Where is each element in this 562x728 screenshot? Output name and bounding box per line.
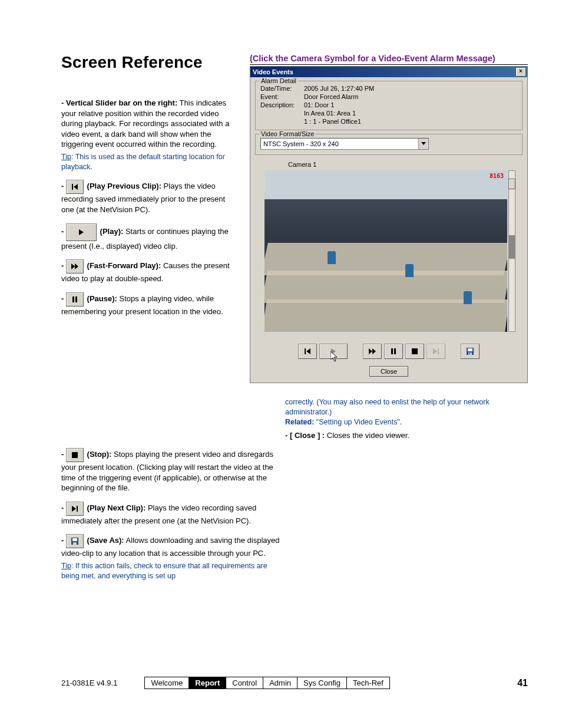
svg-marker-3 <box>71 263 75 269</box>
svg-marker-24 <box>72 506 76 512</box>
footer-tabs: WelcomeReportControlAdminSys ConfigTech-… <box>144 677 390 689</box>
playback-controls <box>250 339 527 363</box>
document-id: 21-0381E v4.9.1 <box>61 678 117 687</box>
alarm-detail-group: Alarm Detail Date/Time:2005 Jul 26, 1:27… <box>255 81 523 130</box>
close-button[interactable]: Close <box>369 366 408 377</box>
page-number: 41 <box>517 678 528 689</box>
play-button[interactable] <box>319 344 348 359</box>
svg-rect-20 <box>468 348 472 351</box>
svg-rect-18 <box>438 348 439 354</box>
prev-clip-button[interactable] <box>298 344 317 359</box>
pause-button[interactable] <box>384 344 403 359</box>
slider-description: - Vertical Slider bar on the right: This… <box>61 98 238 172</box>
svg-rect-22 <box>469 353 470 354</box>
pause-icon <box>66 292 84 307</box>
svg-marker-1 <box>74 184 78 190</box>
svg-rect-6 <box>75 297 77 302</box>
svg-rect-16 <box>412 348 418 354</box>
video-preview: Camera 1 8163 <box>255 159 523 335</box>
svg-marker-9 <box>306 348 310 354</box>
save-as-icon <box>66 534 84 548</box>
svg-marker-17 <box>433 348 437 354</box>
footer-tab-sys-config[interactable]: Sys Config <box>297 677 347 689</box>
svg-marker-10 <box>331 348 336 354</box>
svg-marker-7 <box>421 142 426 145</box>
pause-description: - (Pause): Stops a playing video, while … <box>61 292 238 317</box>
svg-rect-28 <box>73 542 77 545</box>
playback-position-slider[interactable] <box>508 170 515 332</box>
fast-forward-button[interactable] <box>363 344 382 359</box>
play-description: - (Play): Starts or continues playing th… <box>61 223 238 252</box>
dialog-title: Video Events <box>253 67 293 77</box>
page-footer: 21-0381E v4.9.1 WelcomeReportControlAdmi… <box>61 677 528 689</box>
svg-rect-14 <box>391 348 393 354</box>
svg-rect-5 <box>72 297 74 302</box>
save-as-button[interactable] <box>461 344 480 359</box>
next-clip-icon <box>66 502 84 516</box>
ff-description: - (Fast-Forward Play): Causes the presen… <box>61 259 238 284</box>
play-icon <box>66 223 97 241</box>
svg-marker-4 <box>75 263 78 269</box>
video-format-dropdown[interactable]: NTSC System - 320 x 240 <box>260 138 429 150</box>
svg-rect-0 <box>72 184 73 190</box>
stop-button[interactable] <box>405 344 424 359</box>
svg-marker-12 <box>369 348 372 354</box>
prev-clip-description: - (Play Previous Clip): Plays the video … <box>61 180 238 215</box>
video-format-group: Video Format/Size NTSC System - 320 x 24… <box>255 134 523 155</box>
footer-tab-control[interactable]: Control <box>226 677 263 689</box>
prev-clip-icon <box>66 180 84 194</box>
next-clip-button[interactable] <box>427 344 445 359</box>
footer-tab-welcome[interactable]: Welcome <box>145 677 189 689</box>
svg-rect-27 <box>72 538 77 541</box>
svg-marker-2 <box>79 229 84 235</box>
fast-forward-icon <box>66 259 84 274</box>
svg-rect-23 <box>72 452 78 458</box>
footer-tab-tech-ref[interactable]: Tech-Ref <box>347 677 389 689</box>
sub-heading: (Click the Camera Symbol for a Video-Eve… <box>250 53 528 65</box>
stop-description: - (Stop): Stops playing the present vide… <box>61 448 285 493</box>
svg-rect-8 <box>305 348 306 354</box>
dropdown-arrow-icon <box>418 139 428 149</box>
svg-rect-15 <box>394 348 396 354</box>
footer-tab-report[interactable]: Report <box>189 677 226 689</box>
dialog-close-x[interactable]: × <box>515 67 526 77</box>
svg-marker-13 <box>372 348 376 354</box>
next-clip-description: - (Play Next Clip): Plays the video reco… <box>61 502 285 526</box>
video-events-dialog: Video Events × Alarm Detail Date/Time:20… <box>250 66 528 383</box>
svg-rect-25 <box>77 506 78 512</box>
stop-icon <box>66 448 84 462</box>
page-title: Screen Reference <box>61 53 238 72</box>
right-column-text: correctly. (You may also need to enlist … <box>250 397 528 441</box>
footer-tab-admin[interactable]: Admin <box>263 677 297 689</box>
save-as-description: - (Save As): Allows downloading and savi… <box>61 534 285 581</box>
